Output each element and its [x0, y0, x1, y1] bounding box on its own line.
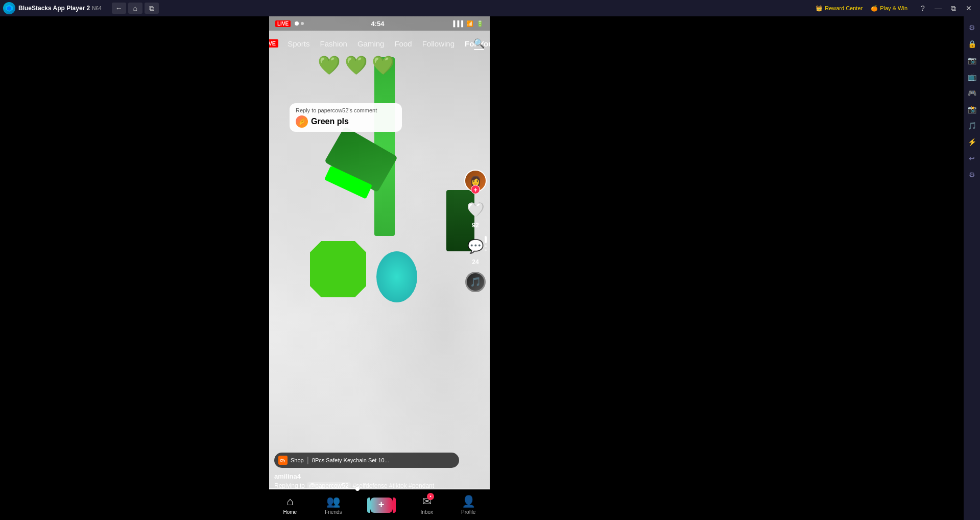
- username: amilina4: [274, 472, 485, 480]
- nav-back-btn[interactable]: ←: [112, 3, 126, 14]
- nav-live-item[interactable]: LIVE: [269, 39, 278, 48]
- sidebar-display-icon[interactable]: 📺: [966, 70, 978, 83]
- hearts-display: 💚 💚 💚: [318, 55, 395, 76]
- like-count: 92: [472, 222, 479, 229]
- music-disc[interactable]: 🎵: [465, 272, 486, 292]
- comment-reply-label: Reply to papercow52's comment: [296, 107, 396, 113]
- tiktok-content[interactable]: 💚 💚 💚 Reply to papercow52's comment 🤌 Gr…: [269, 16, 490, 520]
- status-icons: ▐▐▐ 📶 🔋: [451, 20, 484, 27]
- play-win[interactable]: 🍊 Play & Win: [871, 5, 907, 12]
- shop-label: Shop: [291, 457, 304, 463]
- side-indicators: [485, 236, 487, 251]
- shop-divider: |: [307, 456, 309, 465]
- nav-friends[interactable]: 👥 Friends: [325, 495, 342, 515]
- help-btn[interactable]: ?: [916, 3, 930, 14]
- sidebar-controller-icon[interactable]: 🎮: [966, 87, 978, 99]
- video-progress-bar[interactable]: [269, 488, 490, 489]
- live-badge: LIVE: [275, 20, 291, 27]
- heart-1: 💚: [318, 55, 341, 76]
- sidebar-music-icon[interactable]: 🎵: [966, 120, 978, 132]
- window-controls: ? — ⧉ ✕: [916, 3, 976, 14]
- nav-home[interactable]: ⌂ Home: [283, 495, 297, 515]
- like-group: 🤍 92: [464, 198, 487, 229]
- restore-btn[interactable]: ⧉: [946, 3, 961, 14]
- nav-multi-btn[interactable]: ⧉: [145, 3, 159, 14]
- comment-avatar: 🤌: [296, 115, 308, 128]
- bluestacks-logo: [3, 2, 15, 14]
- titlebar-right: 👑 Reward Center 🍊 Play & Win ? — ⧉ ✕: [816, 3, 980, 14]
- reward-label: Reward Center: [825, 5, 863, 11]
- nav-inbox[interactable]: ✉ Inbox •: [421, 495, 433, 515]
- profile-icon: 👤: [462, 495, 475, 508]
- nav-fashion[interactable]: Fashion: [315, 39, 352, 48]
- app-sub: N64: [92, 6, 101, 11]
- sidebar-photo-icon[interactable]: 📸: [966, 103, 978, 115]
- create-plus-button[interactable]: +: [370, 498, 393, 513]
- comment-group: 💬 24: [464, 235, 487, 266]
- reward-icon: 👑: [816, 5, 823, 12]
- phone-container: 💚 💚 💚 Reply to papercow52's comment 🤌 Gr…: [269, 16, 490, 520]
- sidebar-boost-icon[interactable]: ⚡: [966, 136, 978, 148]
- sidebar-back-icon[interactable]: ↩: [966, 152, 978, 164]
- sidebar-lock-icon[interactable]: 🔒: [966, 38, 978, 50]
- titlebar-nav: ← ⌂ ⧉: [112, 3, 159, 14]
- minimize-btn[interactable]: —: [931, 3, 945, 14]
- sidebar-more-icon[interactable]: ⚙: [966, 169, 978, 181]
- progress-handle[interactable]: [355, 487, 360, 491]
- green-knuckle-item: [310, 241, 366, 297]
- sidebar-camera-icon[interactable]: 📷: [966, 54, 978, 66]
- titlebar: BlueStacks App Player 2 N64 ← ⌂ ⧉ 👑 Rewa…: [0, 0, 980, 16]
- play-win-label: Play & Win: [880, 5, 907, 11]
- video-background: [269, 16, 490, 520]
- heart-2: 💚: [345, 55, 368, 76]
- video-info-overlay: amilina4 Replying to @papercow52 #selfde…: [269, 472, 490, 489]
- heart-3: 💚: [372, 55, 395, 76]
- wifi-icon: 📶: [466, 20, 473, 27]
- play-win-icon: 🍊: [871, 5, 878, 12]
- nav-gaming[interactable]: Gaming: [352, 39, 390, 48]
- shop-icon: 🛍: [278, 456, 288, 465]
- progress-fill: [269, 488, 357, 489]
- comment-button[interactable]: 💬: [464, 235, 487, 257]
- nav-sports[interactable]: Sports: [282, 39, 315, 48]
- battery-icon: 🔋: [476, 20, 484, 27]
- nav-create[interactable]: +: [370, 498, 393, 513]
- shop-product-name: 8Pcs Safety Keychain Set 10...: [312, 457, 389, 463]
- search-icon[interactable]: 🔍: [473, 38, 485, 49]
- left-empty-area: [0, 16, 269, 520]
- signal-icon: ▐▐▐: [451, 20, 463, 27]
- nav-following[interactable]: Following: [417, 39, 460, 48]
- nav-home-btn[interactable]: ⌂: [128, 3, 142, 14]
- close-btn[interactable]: ✕: [962, 3, 976, 14]
- comment-count: 24: [472, 258, 479, 266]
- teal-alarm: [376, 251, 417, 302]
- home-icon: ⌂: [286, 495, 293, 508]
- shop-bar[interactable]: 🛍 Shop | 8Pcs Safety Keychain Set 10...: [274, 453, 459, 468]
- side-dot-active: [485, 236, 487, 243]
- comment-text: Green pls: [311, 117, 349, 126]
- action-buttons: 👩 + 🤍 92 💬 24 🎵: [464, 170, 487, 292]
- inbox-badge: •: [427, 493, 434, 500]
- side-dot-1: [485, 245, 487, 247]
- status-bar: LIVE 4:54 ▐▐▐ 📶 🔋: [269, 16, 490, 31]
- nav-food[interactable]: Food: [389, 39, 417, 48]
- like-button[interactable]: 🤍: [464, 198, 487, 221]
- app-name: BlueStacks App Player 2: [18, 5, 90, 12]
- side-dot-2: [485, 249, 487, 251]
- sidebar-settings-icon[interactable]: ⚙: [966, 21, 978, 34]
- status-time: 4:54: [371, 20, 384, 28]
- tiktok-navigation: LIVE Sports Fashion Gaming Food Followin…: [269, 31, 490, 56]
- bluestacks-right-sidebar: ⚙ 🔒 📷 📺 🎮 📸 🎵 ⚡ ↩ ⚙: [964, 16, 980, 520]
- friends-icon: 👥: [326, 495, 340, 508]
- bottom-navigation: ⌂ Home 👥 Friends + ✉ Inbox • 👤 Profile: [269, 489, 490, 520]
- comment-bubble[interactable]: Reply to papercow52's comment 🤌 Green pl…: [290, 103, 402, 132]
- comment-author-row: 🤌 Green pls: [296, 115, 396, 128]
- nav-profile[interactable]: 👤 Profile: [461, 495, 475, 515]
- reward-center[interactable]: 👑 Reward Center: [816, 5, 863, 12]
- creator-avatar-wrap[interactable]: 👩 +: [464, 170, 487, 192]
- follow-plus: +: [471, 185, 480, 194]
